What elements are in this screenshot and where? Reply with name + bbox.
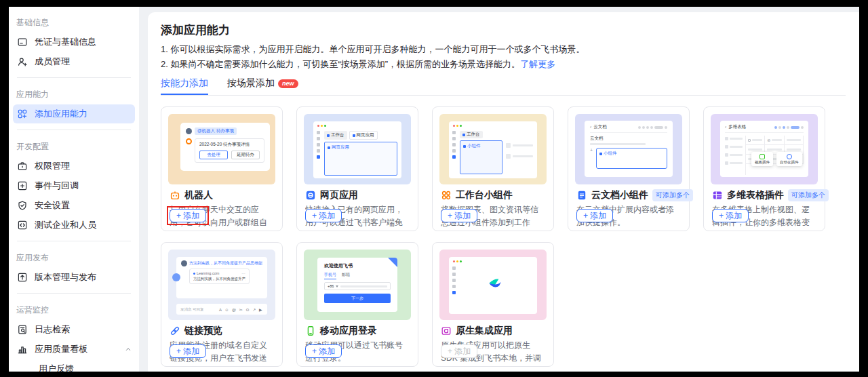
tab-bar: 按能力添加 按场景添加new [161, 77, 846, 96]
id-card-icon [17, 37, 28, 47]
card-title: 云文档小组件 [591, 189, 648, 201]
avatar [181, 260, 187, 266]
traffic-lights-icon [317, 125, 326, 127]
view-plugin-icon [760, 154, 765, 159]
sidebar-item-label: 凭证与基础信息 [35, 36, 96, 48]
sidebar-item-credentials[interactable]: 凭证与基础信息 [13, 33, 135, 52]
sidebar-divider [17, 293, 131, 294]
card-title: 链接预览 [184, 325, 222, 337]
bar-chart-icon [17, 344, 28, 355]
add-docs-widget-button[interactable]: + 添加 [576, 209, 613, 222]
sidebar-item-label: 版本管理与发布 [35, 271, 96, 283]
card-webapp: 工作台网页应用 网页应用 网页应用 快速接入已有的网页应用，用户可以通过飞书客户… [296, 106, 418, 231]
sidebar-item-user-feedback[interactable]: 用户反馈 [13, 359, 135, 372]
docs-widget-preview: ‹云文档 云文档 + 小组件 [575, 114, 682, 184]
sidebar-section-dev-config: 开发配置 [9, 136, 139, 157]
sidebar-item-members[interactable]: 成员管理 [13, 52, 135, 71]
sidebar-section-release: 应用发布 [9, 247, 139, 268]
sidebar-item-permissions[interactable]: 权限管理 [13, 157, 135, 176]
sidebar-section-monitoring: 运营监控 [9, 300, 139, 320]
card-native-app: 原生集成应用 原生集成应用可以把原生 SDK 集成到飞书本地，并调用其中的对应方… [432, 242, 554, 367]
sidebar-item-label: 添加应用能力 [35, 108, 87, 120]
card-link-preview: 方法到实践，从不同角度提升产品思维能力！ Learning.com⋯ 方法到实践… [161, 242, 283, 367]
link-icon [170, 325, 180, 336]
card-bot: @机器人 待办事项 2022-05-20 待办事项详情 去处理延期待办 机器人 [161, 106, 283, 231]
main-panel: 添加应用能力 1. 你可以根据实际需求，为应用开启能力。单个应用可开启多种能力，… [148, 12, 859, 372]
add-webapp-button[interactable]: + 添加 [305, 209, 342, 222]
sidebar-section-capabilities: 应用能力 [9, 84, 139, 104]
webapp-icon [305, 190, 316, 201]
learn-more-link[interactable]: 了解更多 [520, 59, 555, 69]
native-app-preview [439, 250, 547, 320]
event-callback-icon [17, 180, 28, 191]
instruction-line-1: 1. 你可以根据实际需求，为应用开启能力。单个应用可开启多种能力，一个能力可用于… [161, 42, 846, 57]
shield-check-icon [17, 200, 28, 211]
site-favicon-icon [193, 273, 195, 275]
publish-icon [17, 272, 28, 283]
tab-by-scenario[interactable]: 按场景添加new [227, 77, 298, 95]
sidebar-item-label: 测试企业和人员 [35, 219, 96, 231]
automation-plugin-icon [787, 154, 792, 159]
multi-add-badge: 可添加多个 [652, 189, 693, 201]
add-base-plugin-button[interactable]: + 添加 [712, 209, 749, 222]
message-toolbar-icons: A ☺ @ ✂ ⊙ ↗ ▶ [219, 307, 263, 312]
sidebar-item-label: 应用质量看板 [35, 343, 87, 355]
base-table-icon [712, 190, 723, 201]
sidebar-divider [17, 130, 131, 130]
sidebar-item-quality-dashboard[interactable]: 应用质量看板 [13, 340, 135, 359]
card-mobile-login: 欢迎使用飞书 手机号邮箱 +86 下一步 移动应用登录 移动应用可以通过飞书账号… [296, 242, 418, 367]
corner-ribbon-icon [388, 258, 397, 267]
sidebar-item-events[interactable]: 事件与回调 [13, 176, 135, 195]
card-title: 原生集成应用 [456, 325, 513, 337]
traffic-lights-icon [453, 125, 462, 127]
add-link-preview-button[interactable]: + 添加 [170, 344, 206, 358]
mobile-login-preview: 欢迎使用飞书 手机号邮箱 +86 下一步 [304, 250, 411, 320]
card-title: 网页应用 [320, 189, 358, 201]
sidebar-section-basic-info: 基础信息 [9, 12, 139, 33]
native-app-icon [441, 325, 452, 336]
add-native-app-button-disabled[interactable]: + 添加 [441, 344, 477, 358]
doc-icon [576, 190, 587, 201]
webapp-preview: 工作台网页应用 网页应用 [304, 114, 411, 184]
card-title: 移动应用登录 [320, 325, 377, 337]
checkbox-icon [748, 139, 751, 142]
dropdown-caret-icon [336, 285, 338, 287]
sidebar-item-label: 安全设置 [35, 199, 70, 212]
sidebar-item-label: 用户反馈 [39, 363, 74, 372]
sidebar-divider [17, 241, 131, 241]
capability-grid: @机器人 待办事项 2022-05-20 待办事项详情 去处理延期待办 机器人 [161, 106, 846, 367]
card-docs-widget: ‹云文档 云文档 + 小组件 云文档小组件 [568, 106, 690, 231]
workplace-widget-preview: 工作台 小组件 [439, 114, 547, 184]
add-workplace-widget-button[interactable]: + 添加 [441, 209, 477, 222]
automation-plugin-chip: 自动化插件 [776, 152, 802, 166]
sidebar-item-add-capability[interactable]: 添加应用能力 [13, 104, 135, 123]
add-bot-button[interactable]: + 添加 [170, 209, 206, 222]
bot-avatar-icon [186, 138, 192, 144]
tab-by-capability[interactable]: 按能力添加 [161, 77, 208, 95]
card-title: 多维表格插件 [727, 189, 784, 201]
main-area: 添加应用能力 1. 你可以根据实际需求，为应用开启能力。单个应用可开启多种能力，… [139, 7, 859, 372]
sidebar-item-log-search[interactable]: 日志检索 [13, 320, 135, 339]
preview-image-placeholder [172, 273, 180, 281]
sidebar-divider [17, 77, 131, 78]
card-workplace-widget: 工作台 小组件 [432, 106, 554, 231]
bot-preview: @机器人 待办事项 2022-05-20 待办事项详情 去处理延期待办 [168, 114, 275, 184]
workplace-widget-icon [441, 190, 452, 201]
sidebar-item-version-release[interactable]: 版本管理与发布 [13, 268, 135, 287]
card-title: 工作台小组件 [456, 189, 513, 201]
sidebar-item-label: 事件与回调 [35, 180, 79, 192]
card-base-plugin: ‹多维表格 [703, 106, 825, 231]
forbidden-icon: ⊘ [767, 138, 770, 142]
grid-plus-icon [17, 108, 28, 119]
instruction-line-2: 2. 如果尚不确定需要添加什么能力，可切换至“按场景添加”，根据所需的业务场景选… [161, 57, 846, 72]
log-search-icon [17, 324, 28, 335]
sidebar-item-security[interactable]: 安全设置 [13, 196, 135, 215]
avatar [186, 128, 192, 134]
sidebar-item-test-enterprise[interactable]: 测试企业和人员 [13, 216, 135, 235]
chevron-up-icon [124, 345, 132, 353]
briefcase-icon [17, 161, 28, 172]
mobile-icon [305, 325, 316, 336]
add-mobile-login-button[interactable]: + 添加 [305, 344, 342, 358]
new-badge: new [278, 79, 298, 88]
robot-icon [170, 190, 180, 201]
